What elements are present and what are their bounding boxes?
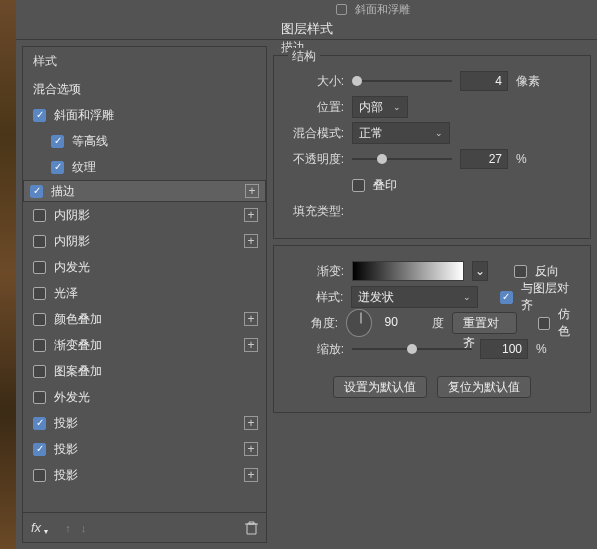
blend-options-row[interactable]: 混合选项 bbox=[23, 76, 266, 102]
reverse-checkbox[interactable] bbox=[514, 265, 527, 278]
style-label: 斜面和浮雕 bbox=[54, 107, 114, 124]
blend-mode-label: 混合模式: bbox=[284, 125, 344, 142]
opacity-slider[interactable] bbox=[352, 151, 452, 167]
gradient-swatch[interactable] bbox=[352, 261, 464, 281]
angle-input[interactable]: 90 bbox=[380, 313, 424, 333]
gradient-label: 渐变: bbox=[284, 263, 344, 280]
styles-panel: 样式 混合选项 斜面和浮雕等高线纹理描边+内阴影+内阴影+内发光光泽颜色叠加+渐… bbox=[22, 46, 267, 543]
reset-align-button[interactable]: 重置对齐 bbox=[452, 312, 517, 334]
fx-menu[interactable]: fx bbox=[31, 520, 41, 535]
style-checkbox[interactable] bbox=[51, 135, 64, 148]
angle-unit: 度 bbox=[432, 315, 444, 332]
style-checkbox[interactable] bbox=[33, 235, 46, 248]
style-label: 内发光 bbox=[54, 259, 90, 276]
scale-slider[interactable] bbox=[352, 341, 472, 357]
style-checkbox[interactable] bbox=[33, 339, 46, 352]
move-up-icon[interactable]: ↑ bbox=[65, 522, 71, 534]
style-label: 内阴影 bbox=[54, 207, 90, 224]
style-row-stroke[interactable]: 描边+ bbox=[23, 180, 266, 202]
dither-label: 仿色 bbox=[558, 306, 580, 340]
make-default-button[interactable]: 设置为默认值 bbox=[333, 376, 427, 398]
align-checkbox[interactable] bbox=[500, 291, 513, 304]
trash-icon[interactable] bbox=[245, 521, 258, 535]
style-row-texture[interactable]: 纹理 bbox=[23, 154, 266, 180]
add-effect-icon[interactable]: + bbox=[244, 442, 258, 456]
style-row-patovl[interactable]: 图案叠加 bbox=[23, 358, 266, 384]
style-row-colovl[interactable]: 颜色叠加+ bbox=[23, 306, 266, 332]
size-slider[interactable] bbox=[352, 73, 452, 89]
style-checkbox[interactable] bbox=[33, 261, 46, 274]
scale-input[interactable]: 100 bbox=[480, 339, 528, 359]
top-checkbox[interactable] bbox=[336, 4, 347, 15]
add-effect-icon[interactable]: + bbox=[244, 338, 258, 352]
opacity-label: 不透明度: bbox=[284, 151, 344, 168]
reverse-label: 反向 bbox=[535, 263, 559, 280]
add-effect-icon[interactable]: + bbox=[244, 416, 258, 430]
size-input[interactable]: 4 bbox=[460, 71, 508, 91]
style-label: 内阴影 bbox=[54, 233, 90, 250]
add-effect-icon[interactable]: + bbox=[244, 468, 258, 482]
style-row-gradovl[interactable]: 渐变叠加+ bbox=[23, 332, 266, 358]
top-label: 斜面和浮雕 bbox=[355, 2, 410, 17]
structure-fieldset: 结构 大小: 4 像素 位置: 内部⌄ 混合模式: 正常⌄ 不透明度: bbox=[273, 55, 591, 239]
filltype-label: 填充类型: bbox=[284, 203, 344, 220]
position-label: 位置: bbox=[284, 99, 344, 116]
style-checkbox[interactable] bbox=[33, 109, 46, 122]
styles-header: 样式 bbox=[23, 47, 266, 76]
style-row-drop1[interactable]: 投影+ bbox=[23, 410, 266, 436]
position-select[interactable]: 内部⌄ bbox=[352, 96, 408, 118]
stroke-settings: 描边 结构 大小: 4 像素 位置: 内部⌄ 混合模式: 正常⌄ bbox=[273, 40, 597, 549]
style-checkbox[interactable] bbox=[33, 469, 46, 482]
style-label: 投影 bbox=[54, 441, 78, 458]
style-checkbox[interactable] bbox=[33, 417, 46, 430]
styles-footer: fx▾ ↑ ↓ bbox=[23, 512, 266, 542]
style-label: 渐变叠加 bbox=[54, 337, 102, 354]
style-label: 样式: bbox=[284, 289, 343, 306]
chevron-down-icon[interactable]: ⌄ bbox=[472, 261, 488, 281]
style-checkbox[interactable] bbox=[51, 161, 64, 174]
chevron-down-icon: ⌄ bbox=[435, 128, 443, 138]
style-checkbox[interactable] bbox=[30, 185, 43, 198]
style-row-contour[interactable]: 等高线 bbox=[23, 128, 266, 154]
style-row-bevel[interactable]: 斜面和浮雕 bbox=[23, 102, 266, 128]
opacity-input[interactable]: 27 bbox=[460, 149, 508, 169]
overprint-checkbox[interactable] bbox=[352, 179, 365, 192]
style-label: 光泽 bbox=[54, 285, 78, 302]
fill-fieldset: 渐变: ⌄ 反向 样式: 迸发状⌄ 与图层对齐 角度: bbox=[273, 245, 591, 413]
style-row-ishad1[interactable]: 内阴影+ bbox=[23, 202, 266, 228]
style-checkbox[interactable] bbox=[33, 443, 46, 456]
style-label: 外发光 bbox=[54, 389, 90, 406]
chevron-down-icon: ⌄ bbox=[393, 102, 401, 112]
style-row-drop3[interactable]: 投影+ bbox=[23, 462, 266, 488]
structure-title: 结构 bbox=[288, 48, 320, 65]
move-down-icon[interactable]: ↓ bbox=[81, 522, 87, 534]
chevron-down-icon: ⌄ bbox=[463, 292, 471, 302]
style-row-oglow[interactable]: 外发光 bbox=[23, 384, 266, 410]
style-checkbox[interactable] bbox=[33, 365, 46, 378]
style-checkbox[interactable] bbox=[33, 209, 46, 222]
add-effect-icon[interactable]: + bbox=[244, 312, 258, 326]
scale-unit: % bbox=[536, 342, 547, 356]
dither-checkbox[interactable] bbox=[538, 317, 550, 330]
add-effect-icon[interactable]: + bbox=[244, 234, 258, 248]
add-effect-icon[interactable]: + bbox=[245, 184, 259, 198]
style-checkbox[interactable] bbox=[33, 391, 46, 404]
scale-label: 缩放: bbox=[284, 341, 344, 358]
style-checkbox[interactable] bbox=[33, 287, 46, 300]
layer-style-dialog: 图层样式 样式 混合选项 斜面和浮雕等高线纹理描边+内阴影+内阴影+内发光光泽颜… bbox=[16, 18, 597, 549]
style-row-iglow[interactable]: 内发光 bbox=[23, 254, 266, 280]
overprint-label: 叠印 bbox=[373, 177, 397, 194]
angle-dial[interactable] bbox=[346, 309, 371, 337]
add-effect-icon[interactable]: + bbox=[244, 208, 258, 222]
gradient-style-select[interactable]: 迸发状⌄ bbox=[351, 286, 478, 308]
opacity-unit: % bbox=[516, 152, 527, 166]
reset-default-button[interactable]: 复位为默认值 bbox=[437, 376, 531, 398]
style-checkbox[interactable] bbox=[33, 313, 46, 326]
style-label: 等高线 bbox=[72, 133, 108, 150]
blend-mode-select[interactable]: 正常⌄ bbox=[352, 122, 450, 144]
style-row-ishad2[interactable]: 内阴影+ bbox=[23, 228, 266, 254]
style-label: 描边 bbox=[51, 183, 75, 200]
style-row-drop2[interactable]: 投影+ bbox=[23, 436, 266, 462]
style-label: 纹理 bbox=[72, 159, 96, 176]
style-row-satin[interactable]: 光泽 bbox=[23, 280, 266, 306]
